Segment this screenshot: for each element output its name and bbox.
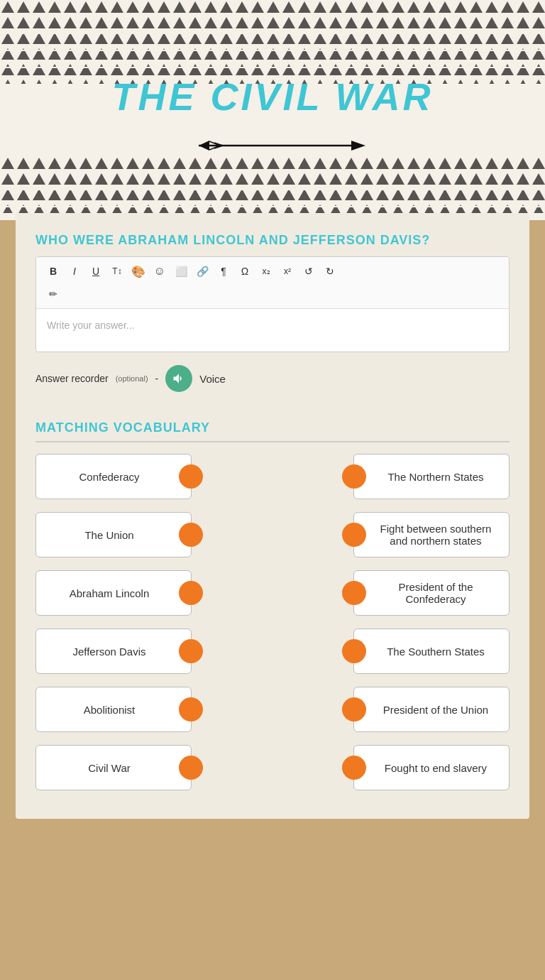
font-size-button[interactable]: T↕ <box>107 261 127 281</box>
undo-button[interactable]: ↺ <box>299 261 319 281</box>
match-left-3[interactable]: Jefferson Davis <box>35 628 192 674</box>
editor-toolbar: B I U T↕ 🎨 ☺ ⬜ 🔗 ¶ Ω x₂ x² ↺ ↻ ✏ <box>36 257 509 309</box>
match-left-dot-4[interactable] <box>179 697 203 722</box>
voice-button[interactable] <box>165 365 192 392</box>
match-left-text-0: Confederacy <box>79 471 139 483</box>
paragraph-button[interactable]: ¶ <box>214 261 233 281</box>
underline-button[interactable]: U <box>86 261 106 281</box>
svg-text:THE CIVIL WAR: THE CIVIL WAR <box>111 75 433 118</box>
match-right-5[interactable]: Fought to end slavery <box>353 745 510 790</box>
matching-row: The Union Fight between southern and nor… <box>35 512 510 557</box>
superscript-button[interactable]: x² <box>277 261 297 281</box>
answer-recorder: Answer recorder (optional) - Voice <box>35 365 510 392</box>
match-right-4[interactable]: President of the Union <box>353 687 510 732</box>
bottom-area <box>0 819 545 861</box>
match-left-text-1: The Union <box>84 529 133 541</box>
bold-button[interactable]: B <box>43 261 63 281</box>
match-left-dot-3[interactable] <box>179 639 203 663</box>
match-right-text-3: The Southern States <box>387 646 485 658</box>
match-right-text-2: President of the Confederacy <box>374 581 497 605</box>
text-editor[interactable]: B I U T↕ 🎨 ☺ ⬜ 🔗 ¶ Ω x₂ x² ↺ ↻ ✏ <box>35 256 510 352</box>
match-left-dot-0[interactable] <box>179 464 203 489</box>
matching-section: MATCHING VOCABULARY Confederacy The Nort… <box>35 420 510 790</box>
match-right-1[interactable]: Fight between southern and northern stat… <box>353 512 510 557</box>
recorder-optional: (optional) <box>116 374 148 383</box>
voice-label: Voice <box>199 373 226 385</box>
content-card: WHO WERE ABRAHAM LINCOLN AND JEFFERSON D… <box>16 213 529 819</box>
match-left-4[interactable]: Abolitionist <box>35 687 192 732</box>
link-button[interactable]: 🔗 <box>192 261 212 281</box>
matching-row: Civil War Fought to end slavery <box>35 745 510 790</box>
match-left-0[interactable]: Confederacy <box>35 454 192 499</box>
match-right-text-4: President of the Union <box>383 704 488 716</box>
highlight-button[interactable]: ✏ <box>43 284 63 304</box>
match-left-text-4: Abolitionist <box>84 704 136 716</box>
match-right-2[interactable]: President of the Confederacy <box>353 570 510 616</box>
match-right-0[interactable]: The Northern States <box>353 454 510 499</box>
match-right-dot-5[interactable] <box>342 756 366 780</box>
italic-button[interactable]: I <box>65 261 84 281</box>
match-left-dot-2[interactable] <box>179 581 203 605</box>
speaker-icon <box>172 371 186 386</box>
match-left-text-3: Jefferson Davis <box>72 646 145 658</box>
match-right-dot-4[interactable] <box>342 697 366 722</box>
match-right-text-5: Fought to end slavery <box>385 762 487 774</box>
color-button[interactable]: 🎨 <box>128 261 148 281</box>
recorder-label-text: Answer recorder <box>35 373 109 384</box>
match-right-dot-3[interactable] <box>342 639 366 663</box>
match-right-text-0: The Northern States <box>387 471 483 483</box>
matching-row: Abolitionist President of the Union <box>35 687 510 732</box>
editor-placeholder: Write your answer... <box>47 320 134 331</box>
matching-grid: Confederacy The Northern States The Unio… <box>35 454 510 790</box>
match-right-dot-0[interactable] <box>342 464 366 489</box>
subscript-button[interactable]: x₂ <box>256 261 276 281</box>
omega-button[interactable]: Ω <box>235 261 255 281</box>
match-left-5[interactable]: Civil War <box>35 745 192 790</box>
match-left-2[interactable]: Abraham Lincoln <box>35 570 192 616</box>
match-left-dot-1[interactable] <box>179 523 203 547</box>
image-button[interactable]: ⬜ <box>171 261 191 281</box>
match-left-text-5: Civil War <box>88 762 130 774</box>
match-left-text-2: Abraham Lincoln <box>70 587 150 599</box>
emoji-button[interactable]: ☺ <box>150 261 170 281</box>
match-left-1[interactable]: The Union <box>35 512 192 557</box>
matching-row: Confederacy The Northern States <box>35 454 510 499</box>
header-bg: // We'll draw them via the SVG directly … <box>0 0 545 220</box>
editor-area[interactable]: Write your answer... <box>36 309 509 352</box>
toolbar-second-row: ✏ <box>43 284 502 304</box>
match-right-dot-1[interactable] <box>342 523 366 547</box>
match-right-text-1: Fight between southern and northern stat… <box>374 523 497 547</box>
header-svg: // We'll draw them via the SVG directly … <box>0 0 545 220</box>
matching-row: Abraham Lincoln President of the Confede… <box>35 570 510 616</box>
question-section: WHO WERE ABRAHAM LINCOLN AND JEFFERSON D… <box>35 233 510 392</box>
recorder-dash: - <box>155 373 159 384</box>
match-right-3[interactable]: The Southern States <box>353 628 510 674</box>
matching-row: Jefferson Davis The Southern States <box>35 628 510 674</box>
page-wrapper: // We'll draw them via the SVG directly … <box>0 0 545 980</box>
question-label: WHO WERE ABRAHAM LINCOLN AND JEFFERSON D… <box>35 233 510 248</box>
matching-title: MATCHING VOCABULARY <box>35 420 510 442</box>
match-right-dot-2[interactable] <box>342 581 366 605</box>
redo-button[interactable]: ↻ <box>320 261 340 281</box>
match-left-dot-5[interactable] <box>179 756 203 780</box>
